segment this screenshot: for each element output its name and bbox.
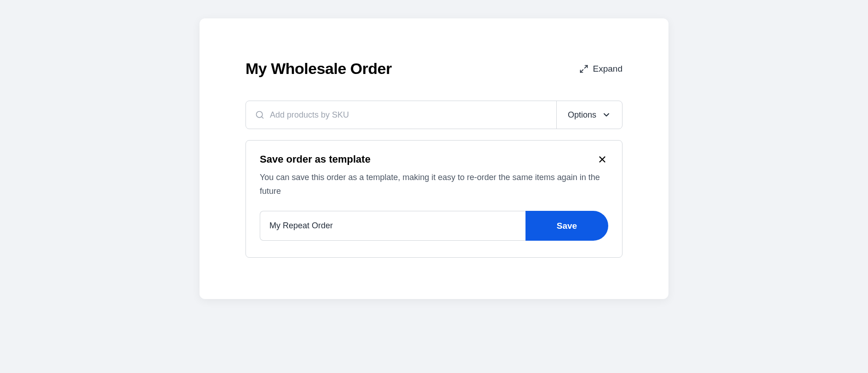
template-name-input[interactable] bbox=[260, 211, 525, 241]
close-button[interactable] bbox=[596, 153, 608, 165]
options-label: Options bbox=[568, 110, 596, 120]
order-card: My Wholesale Order Expand Options bbox=[200, 18, 668, 299]
svg-line-1 bbox=[262, 117, 263, 119]
template-description: You can save this order as a template, m… bbox=[260, 171, 608, 198]
expand-label: Expand bbox=[593, 64, 622, 74]
input-save-row: Save bbox=[260, 211, 608, 241]
template-header: Save order as template bbox=[260, 153, 608, 165]
search-section bbox=[246, 101, 556, 129]
template-title: Save order as template bbox=[260, 153, 371, 165]
sku-search-input[interactable] bbox=[270, 110, 547, 120]
search-icon bbox=[255, 110, 264, 119]
options-dropdown[interactable]: Options bbox=[556, 101, 622, 129]
save-button[interactable]: Save bbox=[525, 211, 608, 241]
chevron-down-icon bbox=[602, 110, 611, 119]
search-options-row: Options bbox=[246, 101, 622, 129]
save-template-panel: Save order as template You can save this… bbox=[246, 140, 622, 258]
close-icon bbox=[597, 154, 607, 164]
expand-icon bbox=[579, 64, 588, 73]
header-row: My Wholesale Order Expand bbox=[246, 60, 622, 78]
expand-button[interactable]: Expand bbox=[579, 64, 622, 74]
page-title: My Wholesale Order bbox=[246, 60, 392, 78]
